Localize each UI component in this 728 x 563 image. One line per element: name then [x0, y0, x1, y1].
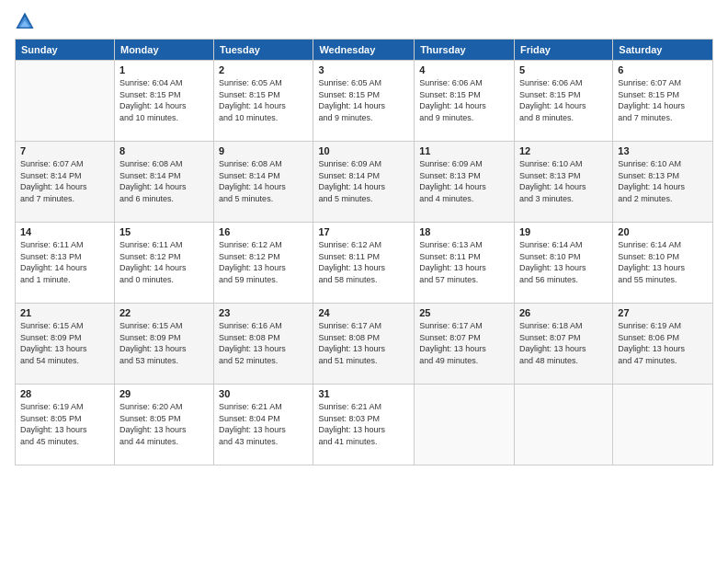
calendar-cell [16, 61, 115, 142]
day-number: 27 [618, 307, 708, 318]
day-number: 5 [519, 64, 608, 75]
calendar-cell: 23Sunrise: 6:16 AM Sunset: 8:08 PM Dayli… [214, 304, 313, 385]
calendar-cell: 5Sunrise: 6:06 AM Sunset: 8:15 PM Daylig… [514, 61, 612, 142]
calendar-cell: 4Sunrise: 6:06 AM Sunset: 8:15 PM Daylig… [415, 61, 515, 142]
page: SundayMondayTuesdayWednesdayThursdayFrid… [0, 0, 728, 563]
calendar-cell [613, 385, 713, 465]
day-info: Sunrise: 6:21 AM Sunset: 8:04 PM Dayligh… [219, 401, 308, 447]
calendar-cell: 2Sunrise: 6:05 AM Sunset: 8:15 PM Daylig… [214, 61, 313, 142]
day-info: Sunrise: 6:09 AM Sunset: 8:13 PM Dayligh… [419, 158, 509, 204]
day-info: Sunrise: 6:16 AM Sunset: 8:08 PM Dayligh… [219, 320, 308, 366]
calendar-cell: 20Sunrise: 6:14 AM Sunset: 8:10 PM Dayli… [613, 223, 713, 304]
calendar-cell [514, 385, 612, 465]
day-number: 21 [20, 307, 109, 318]
day-number: 16 [219, 226, 308, 237]
weekday-header-sunday: Sunday [16, 40, 115, 61]
week-row-2: 7Sunrise: 6:07 AM Sunset: 8:14 PM Daylig… [16, 142, 713, 223]
calendar-cell: 30Sunrise: 6:21 AM Sunset: 8:04 PM Dayli… [214, 385, 313, 465]
week-row-5: 28Sunrise: 6:19 AM Sunset: 8:05 PM Dayli… [16, 385, 713, 465]
day-info: Sunrise: 6:15 AM Sunset: 8:09 PM Dayligh… [20, 320, 109, 366]
day-info: Sunrise: 6:17 AM Sunset: 8:08 PM Dayligh… [318, 320, 409, 366]
day-info: Sunrise: 6:18 AM Sunset: 8:07 PM Dayligh… [519, 320, 608, 366]
weekday-header-monday: Monday [114, 40, 213, 61]
day-number: 14 [20, 226, 109, 237]
day-number: 25 [419, 307, 509, 318]
day-info: Sunrise: 6:07 AM Sunset: 8:15 PM Dayligh… [618, 77, 708, 123]
day-info: Sunrise: 6:14 AM Sunset: 8:10 PM Dayligh… [519, 239, 608, 285]
day-number: 12 [519, 145, 608, 156]
day-number: 2 [219, 64, 308, 75]
day-number: 7 [20, 145, 109, 156]
day-number: 19 [519, 226, 608, 237]
day-info: Sunrise: 6:06 AM Sunset: 8:15 PM Dayligh… [519, 77, 608, 123]
calendar-cell: 25Sunrise: 6:17 AM Sunset: 8:07 PM Dayli… [415, 304, 515, 385]
weekday-header-friday: Friday [514, 40, 612, 61]
day-info: Sunrise: 6:12 AM Sunset: 8:12 PM Dayligh… [219, 239, 308, 285]
day-info: Sunrise: 6:14 AM Sunset: 8:10 PM Dayligh… [618, 239, 708, 285]
calendar-cell: 31Sunrise: 6:21 AM Sunset: 8:03 PM Dayli… [313, 385, 415, 465]
day-info: Sunrise: 6:15 AM Sunset: 8:09 PM Dayligh… [119, 320, 209, 366]
day-number: 6 [618, 64, 708, 75]
day-info: Sunrise: 6:09 AM Sunset: 8:14 PM Dayligh… [318, 158, 409, 204]
day-info: Sunrise: 6:21 AM Sunset: 8:03 PM Dayligh… [318, 401, 409, 447]
calendar-cell: 28Sunrise: 6:19 AM Sunset: 8:05 PM Dayli… [16, 385, 115, 465]
day-info: Sunrise: 6:12 AM Sunset: 8:11 PM Dayligh… [318, 239, 409, 285]
calendar-cell: 14Sunrise: 6:11 AM Sunset: 8:13 PM Dayli… [16, 223, 115, 304]
day-number: 3 [318, 64, 409, 75]
day-info: Sunrise: 6:11 AM Sunset: 8:13 PM Dayligh… [20, 239, 109, 285]
header [15, 11, 713, 31]
logo [15, 11, 39, 31]
weekday-header-tuesday: Tuesday [214, 40, 313, 61]
weekday-header-wednesday: Wednesday [313, 40, 415, 61]
calendar-cell: 19Sunrise: 6:14 AM Sunset: 8:10 PM Dayli… [514, 223, 612, 304]
day-number: 10 [318, 145, 409, 156]
day-number: 26 [519, 307, 608, 318]
calendar-cell: 27Sunrise: 6:19 AM Sunset: 8:06 PM Dayli… [613, 304, 713, 385]
week-row-4: 21Sunrise: 6:15 AM Sunset: 8:09 PM Dayli… [16, 304, 713, 385]
day-number: 31 [318, 388, 409, 399]
calendar-cell: 1Sunrise: 6:04 AM Sunset: 8:15 PM Daylig… [114, 61, 213, 142]
day-number: 4 [419, 64, 509, 75]
day-number: 17 [318, 226, 409, 237]
day-info: Sunrise: 6:08 AM Sunset: 8:14 PM Dayligh… [119, 158, 209, 204]
logo-icon [15, 11, 35, 31]
day-info: Sunrise: 6:10 AM Sunset: 8:13 PM Dayligh… [618, 158, 708, 204]
day-number: 13 [618, 145, 708, 156]
calendar-cell: 8Sunrise: 6:08 AM Sunset: 8:14 PM Daylig… [114, 142, 213, 223]
day-number: 9 [219, 145, 308, 156]
day-number: 11 [419, 145, 509, 156]
calendar-cell: 24Sunrise: 6:17 AM Sunset: 8:08 PM Dayli… [313, 304, 415, 385]
day-info: Sunrise: 6:10 AM Sunset: 8:13 PM Dayligh… [519, 158, 608, 204]
day-number: 20 [618, 226, 708, 237]
calendar-cell: 10Sunrise: 6:09 AM Sunset: 8:14 PM Dayli… [313, 142, 415, 223]
day-info: Sunrise: 6:19 AM Sunset: 8:05 PM Dayligh… [20, 401, 109, 447]
day-info: Sunrise: 6:05 AM Sunset: 8:15 PM Dayligh… [219, 77, 308, 123]
day-info: Sunrise: 6:08 AM Sunset: 8:14 PM Dayligh… [219, 158, 308, 204]
day-number: 15 [119, 226, 209, 237]
day-info: Sunrise: 6:20 AM Sunset: 8:05 PM Dayligh… [119, 401, 209, 447]
calendar-cell: 3Sunrise: 6:05 AM Sunset: 8:15 PM Daylig… [313, 61, 415, 142]
weekday-header-row: SundayMondayTuesdayWednesdayThursdayFrid… [16, 40, 713, 61]
calendar-cell: 9Sunrise: 6:08 AM Sunset: 8:14 PM Daylig… [214, 142, 313, 223]
calendar-cell: 13Sunrise: 6:10 AM Sunset: 8:13 PM Dayli… [613, 142, 713, 223]
calendar-cell: 7Sunrise: 6:07 AM Sunset: 8:14 PM Daylig… [16, 142, 115, 223]
day-number: 23 [219, 307, 308, 318]
day-number: 28 [20, 388, 109, 399]
day-info: Sunrise: 6:11 AM Sunset: 8:12 PM Dayligh… [119, 239, 209, 285]
week-row-1: 1Sunrise: 6:04 AM Sunset: 8:15 PM Daylig… [16, 61, 713, 142]
day-info: Sunrise: 6:19 AM Sunset: 8:06 PM Dayligh… [618, 320, 708, 366]
weekday-header-thursday: Thursday [415, 40, 515, 61]
day-info: Sunrise: 6:17 AM Sunset: 8:07 PM Dayligh… [419, 320, 509, 366]
calendar-cell [415, 385, 515, 465]
calendar-cell: 29Sunrise: 6:20 AM Sunset: 8:05 PM Dayli… [114, 385, 213, 465]
weekday-header-saturday: Saturday [613, 40, 713, 61]
day-number: 1 [119, 64, 209, 75]
calendar-cell: 18Sunrise: 6:13 AM Sunset: 8:11 PM Dayli… [415, 223, 515, 304]
calendar-cell: 26Sunrise: 6:18 AM Sunset: 8:07 PM Dayli… [514, 304, 612, 385]
calendar-cell: 11Sunrise: 6:09 AM Sunset: 8:13 PM Dayli… [415, 142, 515, 223]
day-number: 8 [119, 145, 209, 156]
calendar-cell: 17Sunrise: 6:12 AM Sunset: 8:11 PM Dayli… [313, 223, 415, 304]
day-number: 24 [318, 307, 409, 318]
day-info: Sunrise: 6:06 AM Sunset: 8:15 PM Dayligh… [419, 77, 509, 123]
day-info: Sunrise: 6:05 AM Sunset: 8:15 PM Dayligh… [318, 77, 409, 123]
